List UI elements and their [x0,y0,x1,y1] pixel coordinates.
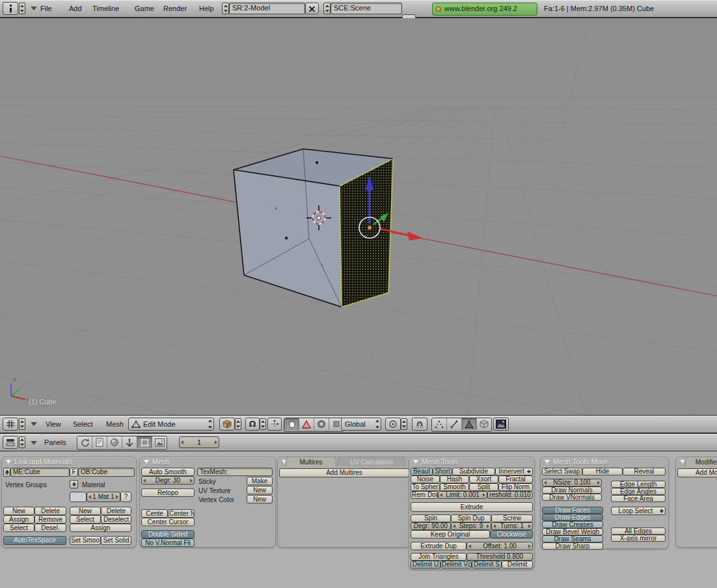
centre-button[interactable]: Cente [141,509,168,518]
menu-select[interactable]: Select [73,420,93,428]
offset-decrement-icon[interactable] [468,544,471,548]
scene-name-field[interactable]: SCE:Scene [331,3,402,14]
delimit-vcol-toggle[interactable]: Delimit Vc [440,561,472,568]
material-delete-button[interactable]: Delete [101,507,131,515]
loop-select-menu[interactable]: Loop Select [611,507,666,515]
vertex-select-button[interactable] [432,418,447,430]
panel-title[interactable]: Link and Materials [14,458,72,466]
centre-new-button[interactable]: Center Ne [168,509,195,518]
edge-length-toggle[interactable]: Edge Length [611,481,666,488]
spin-dup-button[interactable]: Spin Dup [451,514,491,522]
add-multires-button[interactable]: Add Multires [279,468,409,477]
panel-collapse-icon[interactable] [680,460,685,464]
mesh-browse-stepper[interactable] [3,468,10,477]
shading-context-button[interactable] [107,436,122,448]
draw-edges-toggle[interactable]: Draw Edges [542,514,603,521]
all-edges-toggle[interactable]: All Edges [611,528,666,535]
manipulator-enable-button[interactable] [284,418,299,430]
material-browse-stepper[interactable] [70,480,78,488]
join-threshold-field[interactable]: Threshold 0.800 [467,553,533,561]
logic-context-button[interactable] [77,436,92,448]
menu-timeline[interactable]: Timeline [92,5,119,12]
xsort-button[interactable]: Xsort [469,475,498,483]
material-prev-icon[interactable] [88,495,91,499]
no-vnormal-flip-toggle[interactable]: No V.Normal Fli [141,539,195,547]
add-modifier-button[interactable]: Add Modifier [677,468,717,477]
texmesh-field[interactable]: TexMesh: [197,468,273,476]
delimit-toggle[interactable]: Delimit [502,561,533,568]
render-preview-button[interactable] [493,418,509,431]
nsize-field[interactable]: NSize: 0.100 [542,479,602,487]
tab-uv-calculation[interactable]: UV Calculation [338,457,405,466]
delimit-sharp-toggle[interactable]: Delimit S [472,561,502,568]
panel-collapse-icon[interactable] [6,460,11,464]
blender-org-link[interactable]: www.blender.org 249.2 [432,3,537,16]
editor-type-buttons-button[interactable] [3,436,18,449]
menu-help[interactable]: Help [199,5,214,12]
screw-button[interactable]: Screw [491,514,533,522]
editor-type-3dview-button[interactable] [3,418,18,431]
keep-original-toggle[interactable]: Keep Original [411,530,490,539]
nsize-increment-icon[interactable] [597,481,600,485]
panel-title[interactable]: Mesh Tools [422,458,457,466]
threshold-field[interactable]: reshold: 0.010 [487,491,533,499]
offset-field[interactable]: Offset: 1.00 [467,542,533,550]
viewport-menu-collapse-icon[interactable] [31,422,37,426]
orientation-selector[interactable]: Global [341,418,381,431]
panel-title[interactable]: Mesh [152,458,170,466]
short-toggle[interactable]: Short [433,468,452,475]
vgroup-new-button[interactable]: New [3,507,34,515]
script-context-button[interactable] [92,436,107,448]
menu-add[interactable]: Add [69,5,82,12]
draw-sharp-toggle[interactable]: Draw Sharp [542,542,603,550]
manipulator-rotate-button[interactable] [314,418,329,430]
turns-decrement-icon[interactable] [493,524,496,528]
material-new-button[interactable]: New [70,507,101,515]
draw-faces-toggle[interactable]: Draw Faces [542,507,603,514]
pivot-point-button[interactable] [385,418,401,431]
material-index-field[interactable]: 1 Mat 1 [87,492,120,502]
limit-decrement-icon[interactable] [440,493,442,497]
material-assign-button[interactable]: Assign [70,524,131,532]
spin-degrees-field[interactable]: Degr: 90.00 [411,522,451,530]
panel-collapse-icon[interactable] [545,460,550,464]
mode-selector[interactable]: Edit Mode [128,418,214,431]
innervert-menu[interactable]: Innervert [495,468,533,475]
hide-button[interactable]: Hide [582,468,623,475]
mesh-name-field[interactable]: ME:Cube [10,468,70,477]
smooth-button[interactable]: Smooth [440,483,469,491]
retopo-toggle[interactable]: Retopo [141,488,195,497]
draw-vnormals-toggle[interactable]: Draw VNormals [542,494,602,501]
manipulator-translate-button[interactable] [299,418,314,430]
window-type-stepper[interactable] [19,3,25,14]
extrude-button[interactable]: Extrude [411,502,533,512]
delimit-uv-toggle[interactable]: Delimit U [411,561,440,568]
screen-browse-stepper[interactable] [222,3,229,14]
double-sided-toggle[interactable]: Double Sided [141,530,195,539]
material-deselect-button[interactable]: Deselect [101,515,131,524]
flip-normals-button[interactable]: Flip Norm [498,483,533,491]
steps-decrement-icon[interactable] [453,524,455,528]
autotexspace-toggle[interactable]: AutoTexSpace [3,536,66,545]
pivot-rotation-stepper[interactable] [260,418,266,430]
manipulator-toggle-button[interactable] [267,418,282,431]
fractal-button[interactable]: Fractal [498,475,533,483]
join-triangles-toggle[interactable]: Join Triangles [411,553,467,561]
buttons-editor-stepper[interactable] [19,436,25,448]
x-axis-mirror-toggle[interactable]: X-axis mirror [611,535,666,542]
menu-mesh[interactable]: Mesh [106,420,124,428]
screen-name-field[interactable]: SR:2-Model [229,3,305,14]
steps-increment-icon[interactable] [487,524,489,528]
panel-collapse-icon[interactable] [413,460,418,464]
pivot-rotation-button[interactable]: Ω [245,418,260,431]
degr-increment-icon[interactable] [190,479,193,483]
draw-bevel-weights-toggle[interactable]: Draw Bevel Weigh [542,528,603,535]
draw-seams-toggle[interactable]: Draw Seams [542,535,603,542]
auto-smooth-degrees-field[interactable]: Degr: 30 [141,476,195,485]
frame-decrement-icon[interactable] [181,440,183,444]
menu-render[interactable]: Render [163,5,187,12]
vgroup-remove-button[interactable]: Remove [34,515,66,524]
buttons-menu-collapse-icon[interactable] [31,441,37,445]
remove-doubles-button[interactable]: Rem Dou [411,491,438,499]
frame-increment-icon[interactable] [215,440,217,444]
